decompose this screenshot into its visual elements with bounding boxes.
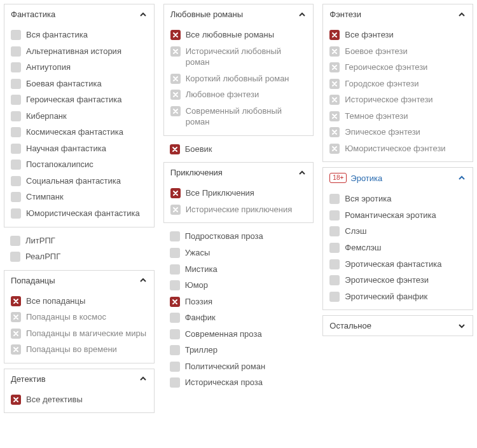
checkbox-empty-icon[interactable] (170, 329, 180, 339)
panel-header-ostalnoe[interactable]: Остальное (323, 316, 473, 336)
checkbox-implied-icon[interactable] (329, 144, 340, 154)
genre-item[interactable]: Эротический фанфик (329, 288, 466, 305)
genre-item[interactable]: Попаданцы в магические миры (11, 325, 148, 342)
checkbox-empty-icon[interactable] (11, 62, 21, 72)
checkbox-implied-icon[interactable] (170, 46, 181, 57)
genre-item[interactable]: Эротическая фантастика (329, 256, 466, 273)
genre-item[interactable]: Темное фэнтези (329, 108, 466, 125)
genre-item[interactable]: Боевая фантастика (11, 76, 148, 92)
genre-item[interactable]: Попаданцы в космос (11, 309, 148, 325)
genre-item[interactable]: Социальная фантастика (11, 173, 148, 189)
genre-item[interactable]: Героическая фантастика (11, 92, 148, 108)
genre-item[interactable]: Попаданцы во времени (11, 341, 148, 358)
genre-item[interactable]: Фемслэш (329, 240, 466, 256)
checkbox-empty-icon[interactable] (329, 243, 340, 253)
genre-item[interactable]: Вся эротика (329, 191, 466, 207)
genre-item[interactable]: Слэш (329, 223, 466, 240)
genre-item[interactable]: Альтернативная история (11, 43, 148, 60)
panel-header-priklyucheniya[interactable]: Приключения (164, 163, 314, 182)
genre-item[interactable]: Исторический любовный роман (170, 43, 307, 71)
checkbox-empty-icon[interactable] (11, 79, 21, 89)
checkbox-implied-icon[interactable] (11, 312, 21, 322)
checkbox-implied-icon[interactable] (329, 62, 340, 72)
checkbox-implied-icon[interactable] (329, 127, 340, 137)
checkbox-implied-icon[interactable] (329, 79, 340, 89)
genre-item[interactable]: ЛитРПГ (4, 233, 155, 249)
checkbox-empty-icon[interactable] (11, 208, 21, 219)
genre-item[interactable]: Боевик (163, 141, 314, 158)
genre-item[interactable]: Исторические приключения (170, 201, 307, 218)
genre-item[interactable]: Мистика (163, 261, 314, 278)
checkbox-empty-icon[interactable] (170, 280, 180, 290)
checkbox-implied-icon[interactable] (11, 329, 21, 339)
checkbox-selected-icon[interactable] (11, 395, 21, 405)
panel-header-romany[interactable]: Любовные романы (164, 4, 314, 24)
genre-item[interactable]: Триллер (163, 342, 314, 358)
checkbox-implied-icon[interactable] (329, 46, 340, 57)
genre-item[interactable]: Политический роман (163, 358, 314, 375)
checkbox-implied-icon[interactable] (329, 111, 340, 121)
checkbox-empty-icon[interactable] (11, 30, 21, 40)
panel-header-popadantsy[interactable]: Попаданцы (4, 271, 154, 290)
checkbox-empty-icon[interactable] (10, 236, 20, 246)
checkbox-empty-icon[interactable] (329, 210, 340, 221)
genre-item[interactable]: Эпическое фэнтези (329, 124, 466, 140)
genre-item[interactable]: Научная фантастика (11, 140, 148, 157)
checkbox-selected-icon[interactable] (11, 296, 21, 306)
genre-item[interactable]: Современная проза (163, 326, 314, 343)
checkbox-empty-icon[interactable] (11, 95, 21, 105)
checkbox-empty-icon[interactable] (329, 194, 340, 204)
checkbox-empty-icon[interactable] (329, 226, 340, 236)
genre-item[interactable]: Все любовные романы (170, 27, 307, 43)
checkbox-selected-icon[interactable] (170, 297, 180, 307)
genre-item[interactable]: Все попаданцы (11, 293, 148, 309)
genre-item[interactable]: Эротическое фэнтези (329, 272, 466, 288)
genre-item[interactable]: Антиутопия (11, 59, 148, 76)
checkbox-empty-icon[interactable] (11, 144, 21, 154)
genre-item[interactable]: Романтическая эротика (329, 207, 466, 224)
checkbox-empty-icon[interactable] (329, 275, 340, 285)
checkbox-selected-icon[interactable] (329, 30, 340, 40)
checkbox-empty-icon[interactable] (170, 313, 180, 323)
checkbox-selected-icon[interactable] (170, 144, 180, 154)
genre-item[interactable]: Вся фантастика (11, 27, 148, 43)
checkbox-empty-icon[interactable] (170, 345, 180, 355)
genre-item[interactable]: Ужасы (163, 245, 314, 261)
genre-item[interactable]: Киберпанк (11, 108, 148, 125)
checkbox-empty-icon[interactable] (11, 160, 21, 170)
checkbox-empty-icon[interactable] (170, 377, 180, 388)
panel-header-erotika[interactable]: 18+ Эротика (323, 168, 473, 188)
checkbox-selected-icon[interactable] (170, 30, 181, 40)
panel-header-fentezi[interactable]: Фэнтези (323, 4, 473, 24)
checkbox-empty-icon[interactable] (11, 111, 21, 121)
genre-item[interactable]: Любовное фэнтези (170, 86, 307, 103)
genre-item[interactable]: Героическое фэнтези (329, 59, 466, 76)
checkbox-implied-icon[interactable] (170, 74, 181, 84)
checkbox-implied-icon[interactable] (170, 205, 181, 215)
checkbox-empty-icon[interactable] (11, 127, 21, 137)
genre-item[interactable]: Историческое фэнтези (329, 92, 466, 108)
genre-item[interactable]: Стимпанк (11, 189, 148, 205)
genre-item[interactable]: Короткий любовный роман (170, 71, 307, 87)
checkbox-empty-icon[interactable] (10, 252, 20, 262)
panel-header-detektiv[interactable]: Детектив (4, 369, 154, 389)
checkbox-selected-icon[interactable] (170, 188, 181, 198)
checkbox-implied-icon[interactable] (11, 344, 21, 355)
genre-item[interactable]: Все детективы (11, 391, 148, 408)
checkbox-empty-icon[interactable] (11, 46, 21, 57)
genre-item[interactable]: Фанфик (163, 309, 314, 326)
checkbox-implied-icon[interactable] (170, 90, 181, 100)
checkbox-empty-icon[interactable] (329, 292, 340, 302)
genre-item[interactable]: Юмор (163, 277, 314, 294)
genre-item[interactable]: Юмористическая фантастика (11, 205, 148, 222)
genre-item[interactable]: Городское фэнтези (329, 76, 466, 92)
panel-header-fantastika[interactable]: Фантастика (4, 4, 154, 24)
genre-item[interactable]: Историческая проза (163, 374, 314, 391)
checkbox-empty-icon[interactable] (11, 176, 21, 186)
genre-item[interactable]: Подростковая проза (163, 228, 314, 245)
checkbox-implied-icon[interactable] (329, 95, 340, 105)
genre-item[interactable]: Все Приключения (170, 185, 307, 201)
checkbox-empty-icon[interactable] (170, 231, 180, 241)
checkbox-empty-icon[interactable] (170, 362, 180, 372)
genre-item[interactable]: Поэзия (163, 294, 314, 310)
